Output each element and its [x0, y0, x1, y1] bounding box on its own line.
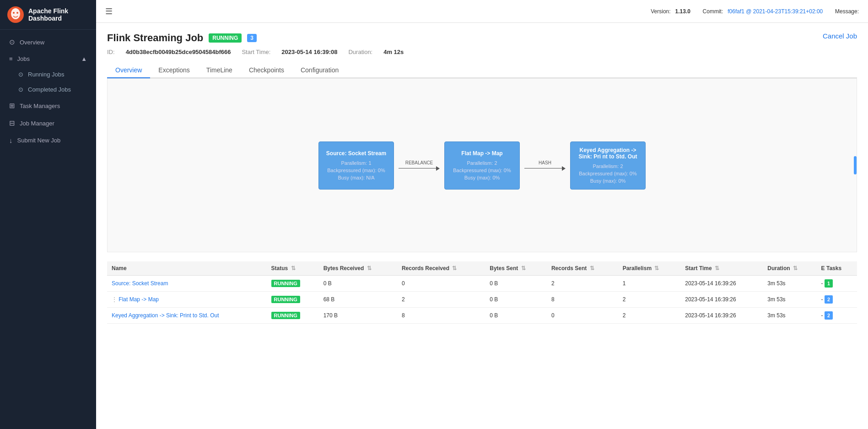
overview-icon: ⊙	[9, 38, 15, 46]
tab-checkpoints[interactable]: Checkpoints	[241, 63, 292, 78]
row1-bytes-received: 0 B	[319, 276, 397, 292]
row1-records-sent: 2	[547, 276, 618, 292]
row1-duration: 3m 53s	[763, 276, 816, 292]
svg-point-3	[16, 12, 18, 14]
sidebar-item-job-manager-label: Job Manager	[20, 120, 54, 127]
topbar: ☰ Version: 1.13.0 Commit: f06faf1 @ 2021…	[96, 0, 868, 23]
row3-records-received: 8	[397, 308, 485, 324]
duration-sort-icon[interactable]: ⇅	[793, 265, 798, 272]
node2-backpressure: Backpressured (max): 0%	[453, 168, 511, 173]
records-sent-sort-icon[interactable]: ⇅	[590, 265, 594, 272]
sidebar-item-submit-new-job-label: Submit New Job	[17, 137, 61, 144]
commit-value[interactable]: f06faf1 @ 2021-04-23T15:39:21+02:00	[728, 8, 823, 15]
row3-bytes-sent: 0 B	[485, 308, 547, 324]
col-records-sent: Records Sent ⇅	[547, 261, 618, 276]
task-managers-icon: ⊞	[9, 102, 15, 110]
svg-point-2	[13, 12, 15, 14]
arrow-rebalance: REBALANCE	[394, 160, 444, 171]
submit-job-icon: ↓	[9, 136, 13, 144]
sidebar-item-running-jobs[interactable]: ⊙ Running Jobs	[0, 67, 96, 82]
sidebar-item-overview[interactable]: ⊙ Overview	[0, 33, 96, 51]
tab-timeline[interactable]: TimeLine	[198, 63, 241, 78]
row3-tasks: - 2	[817, 308, 857, 324]
sidebar-item-submit-new-job[interactable]: ↓ Submit New Job	[0, 132, 96, 149]
topbar-right: Version: 1.13.0 Commit: f06faf1 @ 2021-0…	[651, 8, 859, 15]
sidebar-item-overview-label: Overview	[20, 39, 44, 46]
tab-overview[interactable]: Overview	[107, 63, 150, 78]
table-row: Source: Socket Stream RUNNING 0 B 0 0 B …	[107, 276, 857, 292]
row3-status-badge: RUNNING	[271, 312, 300, 319]
row1-start-time: 2023-05-14 16:39:26	[680, 276, 763, 292]
arrow2-head	[562, 166, 566, 171]
row2-tasks-badge: 2	[825, 295, 833, 304]
arrow-hash: HASH	[520, 160, 570, 171]
chevron-up-icon: ▲	[81, 55, 87, 62]
tab-exceptions[interactable]: Exceptions	[150, 63, 198, 78]
row1-parallelism: 1	[618, 276, 681, 292]
sidebar-item-task-managers[interactable]: ⊞ Task Managers	[0, 97, 96, 114]
diagram-scroll-handle[interactable]	[854, 156, 857, 174]
duration-label: Duration:	[348, 49, 372, 55]
row2-records-sent: 8	[547, 292, 618, 308]
node3-busy: Busy (max): 0%	[590, 178, 626, 184]
status-sort-icon[interactable]: ⇅	[291, 265, 296, 272]
job-header-row: Flink Streaming Job RUNNING 3 Cancel Job	[107, 32, 857, 49]
node1-backpressure: Backpressured (max): 0%	[327, 168, 385, 173]
table-row: ⋮ Flat Map -> Map RUNNING 68 B 2 0 B 8 2…	[107, 292, 857, 308]
flink-logo-icon	[7, 6, 24, 23]
row2-context-menu[interactable]: ⋮	[112, 296, 117, 303]
row2-status-badge: RUNNING	[271, 296, 300, 303]
tab-configuration[interactable]: Configuration	[292, 63, 347, 78]
bytes-sent-sort-icon[interactable]: ⇅	[521, 265, 526, 272]
row2-parallelism: 2	[618, 292, 681, 308]
job-header: Flink Streaming Job RUNNING 3	[107, 32, 257, 44]
sidebar-item-completed-jobs-label: Completed Jobs	[28, 86, 71, 93]
sidebar-item-jobs-label: Jobs	[17, 55, 30, 62]
hamburger-icon[interactable]: ☰	[105, 6, 113, 16]
job-status-badge: RUNNING	[209, 33, 242, 43]
node-keyed-aggregation[interactable]: Keyed Aggregation -> Sink: Pri nt to Std…	[570, 141, 646, 190]
table-row: Keyed Aggregation -> Sink: Print to Std.…	[107, 308, 857, 324]
parallelism-sort-icon[interactable]: ⇅	[654, 265, 659, 272]
row2-tasks: - 2	[817, 292, 857, 308]
sidebar-item-job-manager[interactable]: ⊟ Job Manager	[0, 114, 96, 132]
sidebar-nav: ⊙ Overview ≡ Jobs ▲ ⊙ Running Jobs ⊙ Com…	[0, 30, 96, 429]
row3-records-sent: 0	[547, 308, 618, 324]
commit-label: Commit:	[703, 8, 723, 15]
node-flat-map[interactable]: Flat Map -> Map Parallelism: 2 Backpress…	[444, 141, 520, 190]
version-value: 1.13.0	[675, 8, 690, 15]
row2-name-link[interactable]: Flat Map -> Map	[119, 296, 159, 303]
bytes-received-sort-icon[interactable]: ⇅	[367, 265, 372, 272]
row3-status: RUNNING	[267, 308, 319, 324]
sidebar-item-completed-jobs[interactable]: ⊙ Completed Jobs	[0, 82, 96, 97]
start-time-value: 2023-05-14 16:39:08	[281, 49, 337, 55]
row3-parallelism: 2	[618, 308, 681, 324]
row2-start-time: 2023-05-14 16:39:26	[680, 292, 763, 308]
sidebar-item-jobs[interactable]: ≡ Jobs ▲	[0, 51, 96, 67]
cancel-job-button[interactable]: Cancel Job	[823, 32, 857, 40]
arrow1-body	[399, 168, 436, 168]
row2-name: ⋮ Flat Map -> Map	[107, 292, 267, 308]
row1-tasks-badge: 1	[825, 279, 833, 288]
col-records-received: Records Received ⇅	[397, 261, 485, 276]
row3-name-link[interactable]: Keyed Aggregation -> Sink: Print to Std.…	[112, 312, 219, 319]
svg-point-1	[11, 8, 20, 19]
row2-duration: 3m 53s	[763, 292, 816, 308]
records-received-sort-icon[interactable]: ⇅	[452, 265, 457, 272]
row2-bytes-received: 68 B	[319, 292, 397, 308]
row1-name-link[interactable]: Source: Socket Stream	[112, 280, 168, 287]
completed-jobs-icon: ⊙	[18, 86, 23, 93]
jobs-icon: ≡	[9, 55, 13, 62]
start-time-sort-icon[interactable]: ⇅	[715, 265, 719, 272]
row1-status-badge: RUNNING	[271, 280, 300, 287]
start-time-label: Start Time:	[242, 49, 270, 55]
version-label: Version:	[651, 8, 670, 15]
row1-records-received: 0	[397, 276, 485, 292]
sidebar-item-running-jobs-label: Running Jobs	[28, 71, 65, 78]
job-meta: ID: 4d0b38ecfb0049b25dce9504584bf666 Sta…	[107, 49, 857, 55]
node-source-socket-stream[interactable]: Source: Socket Stream Parallelism: 1 Bac…	[318, 141, 394, 190]
sidebar: Apache Flink Dashboard ⊙ Overview ≡ Jobs…	[0, 0, 96, 429]
arrow2-line	[524, 166, 566, 171]
node2-busy: Busy (max): 0%	[464, 175, 500, 180]
diagram-inner: Source: Socket Stream Parallelism: 1 Bac…	[318, 141, 646, 190]
